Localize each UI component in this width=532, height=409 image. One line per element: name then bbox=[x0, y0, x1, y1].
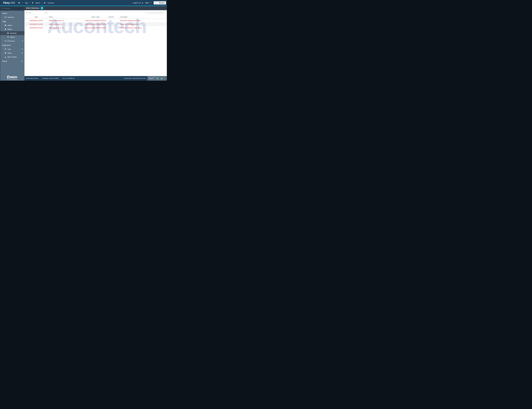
alarm-name: R401_Pressure_H_AL bbox=[48, 26, 83, 29]
target-icon bbox=[44, 2, 46, 4]
sidebar-item-label: History bbox=[10, 36, 15, 38]
breadcrumb: Tags Alarms Summary bbox=[18, 2, 54, 4]
alarm-action-date: ALM (LVL) 04/11/2025 10:19:29 bbox=[83, 26, 107, 29]
plus-circle-icon[interactable] bbox=[22, 48, 23, 50]
sidebar: Home Summary Tags Values Alarms bbox=[0, 6, 24, 81]
section-tags-label: Tags bbox=[2, 20, 6, 23]
sidebar-item-label: Files Transfer bbox=[8, 56, 17, 58]
chevron-right-icon bbox=[29, 2, 30, 3]
plus-circle-icon[interactable] bbox=[21, 61, 23, 62]
table-header-row: Date Name Action / Date UserAck Descript… bbox=[24, 15, 167, 19]
flexy-web-app: Flexy 205 Tags Alarms Summary L bbox=[0, 0, 167, 81]
alarm-action-date: ALM (LVL) 04/11/2025 10:19:29 bbox=[83, 19, 107, 22]
alarm-action-date: ALM (LVL) 04/11/2025 10:19:29 bbox=[83, 22, 107, 26]
sidebar-item-label: Values bbox=[8, 24, 12, 26]
external-link-icon bbox=[153, 77, 154, 78]
alarm-userack bbox=[107, 26, 119, 29]
alarm-row[interactable]: 04/11/2025 10:19:29 R401_Temperature_AL … bbox=[24, 19, 167, 22]
alarm-row[interactable]: 04/11/2025 10:19:29 R401_Pressure_H_AL A… bbox=[24, 26, 167, 29]
section-setup-label: Setup bbox=[2, 60, 7, 62]
alarm-description: Room 402 Humidity Alarm bbox=[119, 22, 167, 26]
bell-icon bbox=[32, 2, 34, 4]
alarm-userack bbox=[107, 22, 119, 26]
topbar-actions: Logged in as Adm Wizards bbox=[131, 1, 166, 4]
ewon-name: Ewon Name: Ewon bbox=[26, 77, 38, 79]
login-username: Adm bbox=[145, 2, 148, 4]
sidebar-section-diagnostic[interactable]: Diagnostic bbox=[0, 43, 24, 47]
acknowledge-selection-button[interactable]: Acknowledge selection bbox=[145, 11, 164, 14]
registered-mark: ® bbox=[17, 77, 18, 78]
refresh-button[interactable] bbox=[44, 11, 48, 14]
sidebar-item-alarms[interactable]: Alarms bbox=[0, 27, 24, 31]
brand-logo: Flexy 205 bbox=[3, 1, 15, 4]
exchange-icon bbox=[4, 40, 6, 42]
wizards-label: Wizards bbox=[159, 2, 165, 4]
sidebar-nav: Home Summary Tags Values Alarms bbox=[0, 11, 24, 75]
column-header-userack[interactable]: UserAck bbox=[107, 15, 119, 19]
sidebar-item-alarm-history[interactable]: History bbox=[0, 35, 24, 39]
user-icon bbox=[142, 2, 143, 3]
sidebar-item-label: Summary bbox=[8, 16, 14, 18]
ewon-logo-subtext: BY HMS NETWORKS bbox=[0, 79, 24, 80]
brand-name: Flexy bbox=[3, 1, 10, 4]
breadcrumb-alarms[interactable]: Alarms bbox=[32, 2, 40, 4]
magic-wand-icon bbox=[155, 2, 157, 4]
alarm-date: 04/11/2025 10:19:29 bbox=[24, 22, 48, 26]
column-header-name[interactable]: Name bbox=[48, 15, 83, 19]
sidebar-item-values[interactable]: Values bbox=[0, 23, 24, 27]
sidebar-item-home-summary[interactable]: Summary bbox=[0, 15, 24, 19]
chevron-down-icon bbox=[150, 2, 151, 3]
sidebar-item-logs[interactable]: Logs bbox=[0, 47, 24, 51]
wizards-button[interactable]: Wizards bbox=[154, 1, 166, 4]
column-header-date[interactable]: Date bbox=[24, 15, 48, 19]
home-icon bbox=[18, 2, 20, 4]
section-home-label: Home bbox=[2, 12, 7, 14]
page-header: Alarm Summary ? bbox=[24, 6, 167, 10]
alarm-row[interactable]: 04/11/2025 10:19:29 R402_Humidity_AL ALM… bbox=[24, 22, 167, 26]
sidebar-section-setup[interactable]: Setup bbox=[0, 59, 24, 63]
column-header-description[interactable]: Description bbox=[119, 15, 167, 19]
sidebar-item-label: IO Servers bbox=[8, 40, 15, 42]
sidebar-item-label: Alarms bbox=[8, 28, 12, 30]
chevron-right-icon bbox=[23, 2, 23, 3]
bell-icon bbox=[4, 28, 6, 30]
sidebar-item-status[interactable]: Status bbox=[0, 51, 24, 55]
column-header-action-date[interactable]: Action / Date bbox=[83, 15, 107, 19]
breadcrumb-alarms-label: Alarms bbox=[35, 2, 40, 4]
sidebar-item-io-servers[interactable]: IO Servers bbox=[0, 39, 24, 43]
internet-globe-icon bbox=[156, 77, 158, 79]
alarm-description: Room 401 Temperature Alarm bbox=[119, 19, 167, 22]
table-toolbar: Acknowledge selection bbox=[24, 10, 167, 15]
sidebar-item-files-transfer[interactable]: Files Transfer bbox=[0, 55, 24, 59]
status-link[interactable]: Status bbox=[149, 77, 154, 79]
plus-circle-icon[interactable] bbox=[22, 52, 23, 54]
brand-model: 205 bbox=[10, 1, 15, 4]
caret-right-icon bbox=[22, 40, 23, 42]
refresh-icon bbox=[45, 12, 47, 13]
sidebar-item-label: Status bbox=[8, 52, 12, 54]
logged-in-user-menu[interactable]: Logged in as Adm bbox=[131, 1, 152, 4]
breadcrumb-summary[interactable]: Summary bbox=[44, 2, 54, 4]
breadcrumb-tags-label: Tags bbox=[25, 2, 28, 4]
sidebar-item-label: Logs bbox=[8, 48, 11, 50]
breadcrumb-home[interactable] bbox=[18, 2, 21, 4]
download-icon bbox=[4, 56, 6, 58]
breadcrumb-tags[interactable]: Tags bbox=[25, 2, 28, 4]
sidebar-section-tags[interactable]: Tags bbox=[0, 19, 24, 23]
help-button[interactable]: ? bbox=[41, 7, 43, 9]
top-bar: Flexy 205 Tags Alarms Summary L bbox=[0, 0, 167, 6]
status-label: Status bbox=[149, 77, 153, 79]
alarm-date: 04/11/2025 10:19:29 bbox=[24, 19, 48, 22]
ewon-logo: Ewon® BY HMS NETWORKS bbox=[0, 75, 24, 81]
ewon-logo-text: Ewon bbox=[7, 75, 17, 79]
sidebar-section-home[interactable]: Home bbox=[0, 11, 24, 15]
breadcrumb-summary-label: Summary bbox=[48, 2, 54, 4]
footer-status-bar: Status bbox=[147, 76, 167, 81]
alarm-name: R402_Humidity_AL bbox=[48, 22, 83, 26]
database-icon bbox=[7, 36, 9, 38]
sidebar-item-alarm-summary[interactable]: Summary bbox=[0, 31, 24, 35]
login-prefix-label: Logged in as bbox=[133, 2, 141, 4]
filter-tree-input[interactable] bbox=[1, 7, 24, 10]
search-icon bbox=[2, 8, 3, 9]
alarm-filter-input[interactable] bbox=[25, 11, 43, 14]
